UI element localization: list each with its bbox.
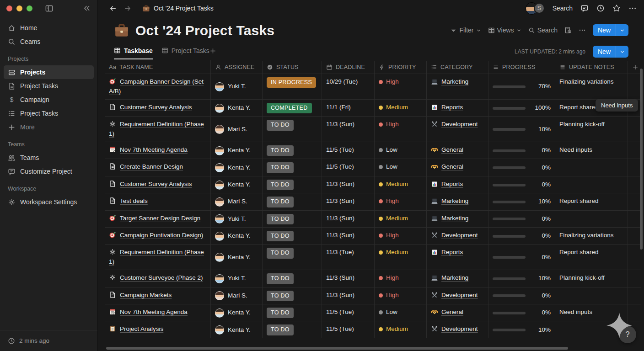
task-name-cell[interactable]: Campaign Puntivation Design) xyxy=(105,228,211,244)
new-dropdown[interactable] xyxy=(616,24,628,36)
category-cell[interactable]: Marketing xyxy=(427,270,488,287)
column-header-task-name[interactable]: AaTASK NAME xyxy=(105,60,211,74)
task-name-cell[interactable]: Nov 7th Meeting Agenda xyxy=(105,142,211,159)
sidebar-item-home[interactable]: Home xyxy=(4,21,94,35)
progress-cell[interactable]: 70% xyxy=(488,74,555,99)
back-icon[interactable] xyxy=(109,5,117,12)
deadline-cell[interactable]: 11/5 (Tue) xyxy=(322,304,375,321)
status-cell[interactable]: TO DO xyxy=(263,142,322,159)
deadline-cell[interactable]: 11/3 (Sun) xyxy=(322,287,375,304)
update-notes-cell[interactable] xyxy=(555,159,628,176)
deadline-cell[interactable]: 11/3 (Sun) xyxy=(322,270,375,287)
category-cell[interactable]: Development xyxy=(427,117,488,142)
column-header-status[interactable]: STATUS xyxy=(263,61,322,74)
more-options-icon[interactable] xyxy=(628,4,637,12)
category-cell[interactable]: General xyxy=(427,304,488,321)
assignee-cell[interactable]: Kenta Y. xyxy=(211,228,263,244)
status-cell[interactable]: TO DO xyxy=(263,159,322,176)
breadcrumb[interactable]: Oct '24 Project Tasks xyxy=(142,5,214,12)
avatar-group[interactable]: S xyxy=(526,2,545,15)
assignee-cell[interactable]: Yuki T. xyxy=(211,74,263,99)
deadline-cell[interactable]: 11/3 (Tue) xyxy=(322,245,375,270)
history-icon[interactable] xyxy=(596,4,605,12)
status-cell[interactable]: TO DO xyxy=(263,270,322,287)
priority-cell[interactable]: High xyxy=(375,270,427,287)
assignee-cell[interactable]: Mari S. xyxy=(211,287,263,304)
update-notes-cell[interactable]: Report shared xyxy=(555,245,628,270)
search-button[interactable]: Search xyxy=(528,27,558,34)
sidebar-item-customize-project[interactable]: Customize Project xyxy=(4,165,94,178)
priority-cell[interactable]: Low xyxy=(375,304,427,321)
traffic-light-zoom[interactable] xyxy=(27,5,32,11)
tab-taskbase[interactable]: Taskbase xyxy=(114,47,153,59)
deadline-cell[interactable]: 11/5 (Tue) xyxy=(322,142,375,159)
column-header-priority[interactable]: PRIORITY xyxy=(375,61,427,74)
add-view-icon[interactable] xyxy=(209,48,216,54)
comments-icon[interactable] xyxy=(580,4,589,12)
task-name-cell[interactable]: Customer Survey Analysis xyxy=(105,176,211,193)
task-name-cell[interactable]: Test deals xyxy=(105,193,211,210)
column-header-assignee[interactable]: ASSIGNEE xyxy=(211,61,263,74)
priority-cell[interactable]: High xyxy=(375,193,427,210)
category-cell[interactable]: Development xyxy=(427,321,488,338)
priority-cell[interactable]: Medium xyxy=(375,245,427,270)
update-notes-cell[interactable]: Report shared xyxy=(555,193,628,210)
topbar-search-button[interactable]: Search xyxy=(553,5,573,12)
deadline-cell[interactable]: 11/3 (Sun) xyxy=(322,211,375,227)
update-notes-cell[interactable]: Planning kick-off xyxy=(555,270,628,287)
category-cell[interactable]: General xyxy=(427,159,488,176)
deadline-cell[interactable]: 11/1 (Frl) xyxy=(322,100,375,116)
category-cell[interactable]: Marketing xyxy=(427,74,488,99)
favorite-icon[interactable] xyxy=(612,4,621,12)
progress-cell[interactable]: 100% xyxy=(488,100,555,116)
update-notes-cell[interactable] xyxy=(555,176,628,193)
progress-cell[interactable]: 0% xyxy=(488,176,555,193)
vertical-scrollbar[interactable] xyxy=(640,69,643,250)
task-name-cell[interactable]: Campaign Markets xyxy=(105,287,211,304)
tab-project-tasks[interactable]: Project Tasks xyxy=(161,47,209,59)
task-name-cell[interactable]: Customer Surveyoe (Phase 2) xyxy=(105,270,211,287)
column-header-update-notes[interactable]: UPDATE NOTES xyxy=(555,61,628,74)
new-dropdown[interactable] xyxy=(616,46,628,58)
priority-cell[interactable]: Medium xyxy=(375,211,427,227)
assignee-cell[interactable]: Mari S. xyxy=(211,117,263,142)
status-cell[interactable]: TO DO xyxy=(263,193,322,210)
assignee-cell[interactable]: Kenta Y. xyxy=(211,100,263,116)
task-name-cell[interactable]: Nov 7th Meeting Agenda xyxy=(105,304,211,321)
column-header-add[interactable] xyxy=(628,61,638,74)
traffic-light-minimize[interactable] xyxy=(16,5,22,11)
sidebar-item-teams[interactable]: Teams xyxy=(4,151,94,165)
category-cell[interactable]: Development xyxy=(427,228,488,244)
status-cell[interactable]: TO DO xyxy=(263,287,322,304)
status-cell[interactable]: TO DO xyxy=(263,228,322,244)
sidebar-item-more[interactable]: More xyxy=(4,120,94,134)
horizontal-scrollbar[interactable] xyxy=(106,347,568,350)
update-notes-cell[interactable]: Need inputs xyxy=(555,142,628,159)
update-notes-cell[interactable]: Finalizing variations xyxy=(555,228,628,244)
deadline-cell[interactable]: 11/5 (Tue) xyxy=(322,159,375,176)
progress-cell[interactable]: 0% xyxy=(488,287,555,304)
priority-cell[interactable]: High xyxy=(375,228,427,244)
priority-cell[interactable]: Low xyxy=(375,142,427,159)
category-cell[interactable]: Marketing xyxy=(427,193,488,210)
task-name-cell[interactable]: Requirement Definition (Phase 1) xyxy=(105,117,211,142)
assignee-cell[interactable]: Yuki T. xyxy=(211,270,263,287)
progress-cell[interactable]: 0% xyxy=(488,228,555,244)
category-cell[interactable]: Marketing xyxy=(427,211,488,227)
task-name-cell[interactable]: Customer Survey Analysis xyxy=(105,100,211,116)
priority-cell[interactable]: Medium xyxy=(375,321,427,338)
progress-cell[interactable]: 0% xyxy=(488,142,555,159)
priority-cell[interactable]: High xyxy=(375,287,427,304)
deadline-cell[interactable]: 11/3 (Sun) xyxy=(322,228,375,244)
deadline-cell[interactable]: 11/3 (Sun) xyxy=(322,193,375,210)
sidebar-item-project-tasks[interactable]: Project Tasks xyxy=(4,79,94,93)
update-notes-cell[interactable] xyxy=(555,287,628,304)
progress-cell[interactable]: 0% xyxy=(488,304,555,321)
assignee-cell[interactable]: Kenta Y. xyxy=(211,245,263,270)
deadline-cell[interactable]: 11/3 (Sun) xyxy=(322,176,375,193)
sidebar-item-project-tasks[interactable]: Project Tasks xyxy=(4,106,94,120)
forward-icon[interactable] xyxy=(123,5,131,12)
sidebar-item-workspace-settings[interactable]: Workspace Settings xyxy=(4,195,94,209)
update-notes-cell[interactable]: Planning kick-off xyxy=(555,117,628,142)
task-name-cell[interactable]: Target Sanner Design Design xyxy=(105,211,211,227)
